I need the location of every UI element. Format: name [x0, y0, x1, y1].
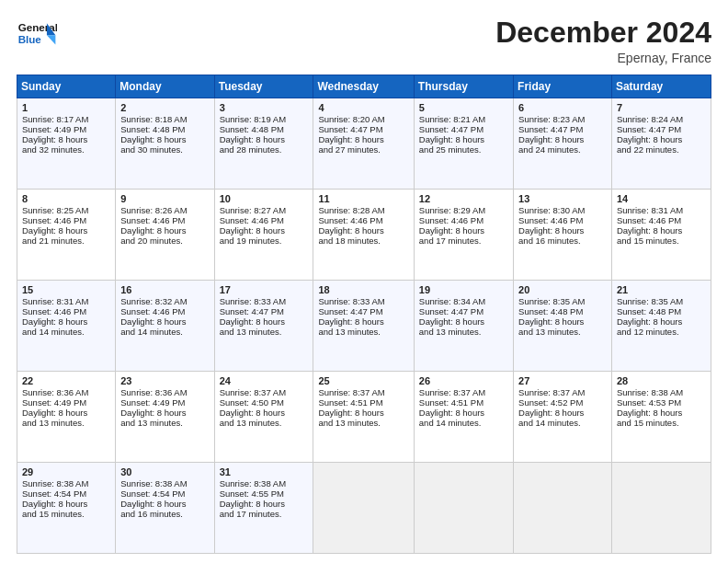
calendar-cell: [611, 463, 711, 554]
day-info-line: Sunrise: 8:31 AM: [617, 205, 706, 215]
day-info-line: Sunrise: 8:30 AM: [518, 205, 607, 215]
day-number: 17: [220, 284, 309, 295]
logo: General Blue: [17, 17, 57, 53]
weekday-header: Saturday: [611, 75, 711, 98]
day-info-line: Sunrise: 8:33 AM: [220, 296, 309, 306]
day-number: 23: [120, 375, 209, 386]
calendar-cell: [514, 463, 612, 554]
weekday-header: Wednesday: [313, 75, 414, 98]
day-info-line: Daylight: 8 hours: [22, 408, 110, 418]
day-info-line: Daylight: 8 hours: [617, 408, 706, 418]
calendar-cell: [414, 463, 513, 554]
day-number: 24: [220, 375, 309, 386]
day-info-line: Sunset: 4:46 PM: [518, 215, 607, 225]
day-info-line: Daylight: 8 hours: [220, 225, 309, 236]
day-info-line: and 24 minutes.: [518, 144, 607, 155]
day-info-line: Sunrise: 8:34 AM: [419, 296, 508, 306]
day-info-line: and 28 minutes.: [220, 144, 309, 155]
day-info-line: Sunrise: 8:35 AM: [617, 296, 706, 306]
calendar-week-row: 8Sunrise: 8:25 AMSunset: 4:46 PMDaylight…: [17, 190, 711, 281]
day-number: 8: [22, 193, 110, 204]
day-info-line: and 20 minutes.: [120, 236, 209, 246]
day-info-line: Sunset: 4:47 PM: [419, 124, 508, 134]
day-info-line: Sunrise: 8:36 AM: [22, 387, 110, 397]
day-info-line: and 15 minutes.: [22, 509, 110, 519]
day-number: 10: [220, 193, 309, 204]
day-info-line: Daylight: 8 hours: [120, 408, 209, 418]
day-info-line: and 13 minutes.: [318, 418, 408, 428]
day-info-line: and 27 minutes.: [318, 144, 408, 155]
day-info-line: Daylight: 8 hours: [419, 134, 508, 144]
calendar-cell: 8Sunrise: 8:25 AMSunset: 4:46 PMDaylight…: [17, 190, 116, 281]
day-info-line: Daylight: 8 hours: [220, 316, 309, 327]
day-number: 16: [120, 284, 209, 295]
day-info-line: Sunrise: 8:29 AM: [419, 205, 508, 215]
day-info-line: Daylight: 8 hours: [318, 408, 408, 418]
day-info-line: Daylight: 8 hours: [220, 499, 309, 509]
day-info-line: and 15 minutes.: [617, 418, 706, 428]
calendar-cell: 26Sunrise: 8:37 AMSunset: 4:51 PMDayligh…: [414, 372, 513, 463]
calendar-cell: 25Sunrise: 8:37 AMSunset: 4:51 PMDayligh…: [313, 372, 414, 463]
day-info-line: and 13 minutes.: [22, 418, 110, 428]
day-number: 31: [220, 466, 309, 477]
day-info-line: Daylight: 8 hours: [220, 134, 309, 144]
day-info-line: Sunrise: 8:19 AM: [220, 114, 309, 124]
day-number: 14: [617, 193, 706, 204]
day-info-line: Sunset: 4:49 PM: [22, 124, 110, 134]
day-number: 12: [419, 193, 508, 204]
day-info-line: Sunset: 4:54 PM: [22, 488, 110, 499]
calendar-cell: 27Sunrise: 8:37 AMSunset: 4:52 PMDayligh…: [514, 372, 612, 463]
calendar-cell: 17Sunrise: 8:33 AMSunset: 4:47 PMDayligh…: [214, 281, 313, 372]
day-info-line: and 13 minutes.: [220, 418, 309, 428]
day-number: 11: [318, 193, 408, 204]
day-info-line: Sunset: 4:51 PM: [318, 397, 408, 408]
calendar-cell: 6Sunrise: 8:23 AMSunset: 4:47 PMDaylight…: [514, 98, 612, 190]
day-info-line: Sunset: 4:48 PM: [120, 124, 209, 134]
day-info-line: Daylight: 8 hours: [419, 408, 508, 418]
calendar-cell: 5Sunrise: 8:21 AMSunset: 4:47 PMDaylight…: [414, 98, 513, 190]
day-info-line: Daylight: 8 hours: [220, 408, 309, 418]
day-info-line: Sunset: 4:46 PM: [120, 215, 209, 225]
day-info-line: and 21 minutes.: [22, 236, 110, 246]
calendar-table: SundayMondayTuesdayWednesdayThursdayFrid…: [17, 75, 711, 554]
day-number: 4: [318, 102, 408, 113]
day-info-line: Sunset: 4:48 PM: [617, 306, 706, 316]
day-info-line: Sunrise: 8:17 AM: [22, 114, 110, 124]
day-number: 28: [617, 375, 706, 386]
day-info-line: and 12 minutes.: [617, 327, 706, 337]
day-info-line: and 14 minutes.: [22, 327, 110, 337]
calendar-cell: 15Sunrise: 8:31 AMSunset: 4:46 PMDayligh…: [17, 281, 116, 372]
svg-text:Blue: Blue: [18, 33, 42, 45]
day-info-line: Daylight: 8 hours: [518, 408, 607, 418]
day-info-line: Sunset: 4:54 PM: [120, 488, 209, 499]
calendar-week-row: 22Sunrise: 8:36 AMSunset: 4:49 PMDayligh…: [17, 372, 711, 463]
month-title: December 2024: [495, 17, 711, 49]
calendar-cell: 12Sunrise: 8:29 AMSunset: 4:46 PMDayligh…: [414, 190, 513, 281]
day-number: 6: [518, 102, 607, 113]
day-info-line: Daylight: 8 hours: [318, 225, 408, 236]
day-info-line: and 30 minutes.: [120, 144, 209, 155]
calendar-cell: 4Sunrise: 8:20 AMSunset: 4:47 PMDaylight…: [313, 98, 414, 190]
day-info-line: Daylight: 8 hours: [617, 316, 706, 327]
day-info-line: Sunrise: 8:23 AM: [518, 114, 607, 124]
calendar-cell: 20Sunrise: 8:35 AMSunset: 4:48 PMDayligh…: [514, 281, 612, 372]
day-info-line: Daylight: 8 hours: [518, 134, 607, 144]
title-block: December 2024 Epernay, France: [495, 17, 711, 65]
day-info-line: Sunrise: 8:38 AM: [22, 478, 110, 488]
day-info-line: Sunrise: 8:27 AM: [220, 205, 309, 215]
day-info-line: and 17 minutes.: [220, 509, 309, 519]
day-info-line: Daylight: 8 hours: [419, 316, 508, 327]
day-info-line: Sunrise: 8:38 AM: [120, 478, 209, 488]
day-info-line: Sunset: 4:49 PM: [22, 397, 110, 408]
day-info-line: Daylight: 8 hours: [120, 225, 209, 236]
day-info-line: Sunset: 4:52 PM: [518, 397, 607, 408]
day-number: 15: [22, 284, 110, 295]
day-info-line: Sunset: 4:47 PM: [617, 124, 706, 134]
day-info-line: Daylight: 8 hours: [22, 225, 110, 236]
header: General Blue December 2024 Epernay, Fran…: [17, 17, 711, 65]
day-info-line: Sunrise: 8:21 AM: [419, 114, 508, 124]
day-info-line: Sunset: 4:50 PM: [220, 397, 309, 408]
day-info-line: Sunset: 4:47 PM: [318, 306, 408, 316]
day-info-line: and 14 minutes.: [518, 418, 607, 428]
svg-marker-3: [47, 35, 55, 44]
